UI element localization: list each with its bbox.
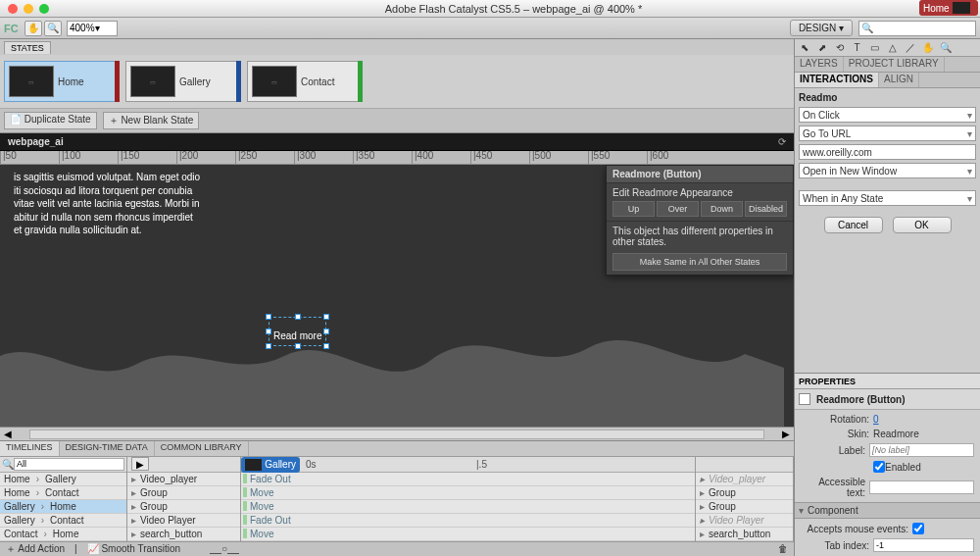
transition-search-input[interactable] <box>14 458 124 471</box>
refresh-icon[interactable]: ⟳ <box>770 136 794 147</box>
readmore-button[interactable]: Read more <box>269 317 326 346</box>
url-input[interactable]: www.oreilly.com <box>799 144 976 160</box>
hud-section-label: Edit Readmore Appearance <box>612 187 787 198</box>
horizontal-ruler: |50|100|150|200|250|300|350|400|450|500|… <box>0 151 794 165</box>
visibility-toggle[interactable] <box>799 393 810 405</box>
state-contact[interactable]: ▭Contact <box>247 61 363 102</box>
zoom-select[interactable]: 400%▾ <box>67 21 118 36</box>
tab-project-library[interactable]: PROJECT LIBRARY <box>844 57 945 72</box>
zoom-tool-icon[interactable]: 🔍 <box>44 21 62 36</box>
zoom-tool-icon[interactable]: 🔍 <box>938 41 953 55</box>
ok-button[interactable]: OK <box>893 217 952 233</box>
top-toolbar: FC ✋ 🔍 400%▾ DESIGN ▾ 🔍 <box>0 18 980 39</box>
triangle-tool-icon[interactable]: △ <box>885 41 900 55</box>
state-over-button[interactable]: Over <box>657 201 699 217</box>
states-panel: STATES ▭Home ▭Gallery ▭Contact 📄 Duplica… <box>0 39 794 133</box>
horizontal-scrollbar[interactable]: ◀▶ <box>0 427 794 440</box>
timeline-layer[interactable]: ▸Group <box>696 500 793 514</box>
selection-tool-icon[interactable]: ⬉ <box>797 41 811 55</box>
tab-layers[interactable]: LAYERS <box>795 57 844 72</box>
transition-row[interactable]: Gallery›Home <box>0 500 126 514</box>
hand-tool-icon[interactable]: ✋ <box>920 41 935 55</box>
workspace-switcher[interactable]: DESIGN ▾ <box>790 20 853 36</box>
minimize-icon[interactable] <box>24 4 33 14</box>
accessible-text-field[interactable] <box>869 480 974 494</box>
to-state-marker[interactable]: Home <box>919 0 978 16</box>
state-disabled-button[interactable]: Disabled <box>745 201 787 217</box>
app-title: Adobe Flash Catalyst CS5.5 – webpage_ai … <box>55 3 972 15</box>
timeline-layer[interactable]: ▸search_button <box>696 528 793 541</box>
tab-index-field[interactable] <box>873 538 974 552</box>
tab-common-library[interactable]: COMMON LIBRARY <box>155 441 249 456</box>
state-home[interactable]: ▭Home <box>4 61 120 102</box>
hand-tool-icon[interactable]: ✋ <box>24 21 42 36</box>
hud-note: This object has different properties in … <box>612 226 787 247</box>
timeline-layer[interactable]: ▸Video Player <box>696 514 793 528</box>
timeline-layer[interactable]: ▸Group <box>127 500 240 514</box>
right-panel: ⬉ ⬈ ⟲ T ▭ △ ／ ✋ 🔍 LAYERS PROJECT LIBRARY… <box>794 39 980 556</box>
document-tab-bar: webpage_ai ⟳ <box>0 133 794 151</box>
document-tab[interactable]: webpage_ai <box>0 134 72 149</box>
search-input[interactable]: 🔍 <box>858 21 976 36</box>
close-icon[interactable] <box>8 4 18 14</box>
search-icon: 🔍 <box>861 23 873 33</box>
smooth-transition-button[interactable]: 📈 Smooth Transition <box>87 543 180 554</box>
app-logo: FC <box>4 23 24 34</box>
timeline-layer[interactable]: ▸search_button <box>127 528 240 541</box>
transition-row[interactable]: Gallery›Contact <box>0 514 126 528</box>
action-row[interactable]: Fade Out <box>241 514 695 528</box>
timeline-layer[interactable]: ▸Group <box>127 486 240 500</box>
tab-interactions[interactable]: INTERACTIONS <box>795 73 879 87</box>
new-blank-state-button[interactable]: ＋ New Blank State <box>103 112 200 129</box>
transform-tool-icon[interactable]: ⟲ <box>832 41 847 55</box>
timeline-layer[interactable]: ▸Video_player <box>127 473 240 486</box>
hud-title: Readmore (Button) <box>607 166 793 183</box>
add-action-button[interactable]: ＋ Add Action <box>6 542 65 556</box>
transition-row[interactable]: Home›Contact <box>0 486 126 500</box>
play-button[interactable]: ▶ <box>131 457 149 471</box>
interactions-title: Readmo <box>795 88 980 103</box>
duplicate-state-button[interactable]: 📄 Duplicate State <box>4 112 97 129</box>
design-canvas[interactable]: is sagittis euismod volutpat. Nam eget o… <box>0 165 794 427</box>
from-state-marker[interactable]: Gallery <box>241 457 300 473</box>
timelines-panel: TIMELINES DESIGN-TIME DATA COMMON LIBRAR… <box>0 440 794 556</box>
event-select[interactable]: On Click▾ <box>799 107 976 123</box>
action-row[interactable]: Move <box>241 486 695 500</box>
tab-align[interactable]: ALIGN <box>879 73 919 87</box>
timeline-layer[interactable]: ▸Group <box>696 486 793 500</box>
tab-properties[interactable]: PROPERTIES <box>795 374 980 389</box>
action-row[interactable]: Move <box>241 528 695 541</box>
state-up-button[interactable]: Up <box>612 201 655 217</box>
condition-select[interactable]: When in Any State▾ <box>799 190 976 206</box>
rotation-field[interactable]: 0 <box>873 414 879 425</box>
component-section[interactable]: ▾Component <box>795 502 980 519</box>
zoom-icon[interactable] <box>39 4 49 14</box>
title-bar: Adobe Flash Catalyst CS5.5 – webpage_ai … <box>0 0 980 18</box>
action-row[interactable]: Fade Out <box>241 473 695 486</box>
action-row[interactable]: Move <box>241 500 695 514</box>
timeline-layer[interactable]: ▸Video Player <box>127 514 240 528</box>
rect-tool-icon[interactable]: ▭ <box>867 41 882 55</box>
mouse-events-checkbox[interactable] <box>912 523 924 534</box>
action-select[interactable]: Go To URL▾ <box>799 126 976 141</box>
target-select[interactable]: Open in New Window▾ <box>799 163 976 178</box>
cancel-button[interactable]: Cancel <box>824 217 883 233</box>
make-same-button[interactable]: Make Same in All Other States <box>612 253 787 271</box>
tab-timelines[interactable]: TIMELINES <box>0 441 60 456</box>
state-down-button[interactable]: Down <box>701 201 743 217</box>
skin-field[interactable]: Readmore <box>873 429 919 439</box>
line-tool-icon[interactable]: ／ <box>903 41 917 55</box>
text-tool-icon[interactable]: T <box>850 41 864 55</box>
component-hud: Readmore (Button) Edit Readmore Appearan… <box>606 165 794 276</box>
background-art <box>0 270 784 427</box>
search-icon: 🔍 <box>2 459 14 470</box>
transition-row[interactable]: Home›Gallery <box>0 473 126 486</box>
timeline-layer[interactable]: ▸Video_player <box>696 473 793 486</box>
transition-row[interactable]: Contact›Home <box>0 528 126 541</box>
label-field[interactable] <box>869 443 974 457</box>
tools-row: ⬉ ⬈ ⟲ T ▭ △ ／ ✋ 🔍 <box>795 39 980 57</box>
direct-selection-tool-icon[interactable]: ⬈ <box>814 41 829 55</box>
tab-design-time-data[interactable]: DESIGN-TIME DATA <box>60 441 155 456</box>
state-gallery[interactable]: ▭Gallery <box>125 61 241 102</box>
enabled-checkbox[interactable] <box>873 461 885 473</box>
